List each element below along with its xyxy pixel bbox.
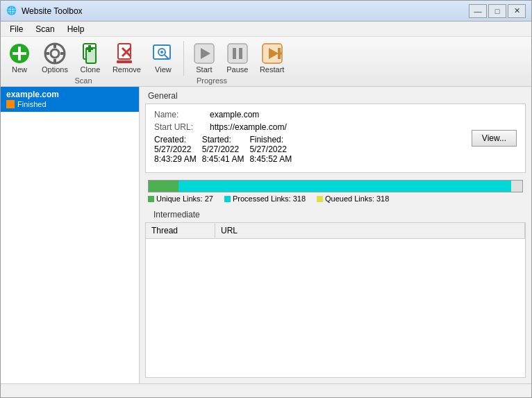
progress-bar-green: [149, 181, 178, 192]
queued-links-legend: Queued Links: 318: [317, 194, 389, 203]
table-header: Thread URL: [146, 223, 525, 239]
remove-button[interactable]: Remove: [108, 40, 146, 76]
unique-links-value: 27: [205, 194, 213, 203]
restart-button[interactable]: Restart: [255, 40, 289, 76]
view-toolbar-label: View: [155, 65, 172, 74]
menu-scan[interactable]: Scan: [29, 22, 60, 36]
svg-rect-29: [278, 48, 281, 59]
options-button[interactable]: Options: [37, 40, 73, 76]
toolbar: New Options: [1, 37, 531, 87]
general-section: Name: example.com Start URL: https://exa…: [145, 103, 526, 173]
general-url-row: Start URL: https://example.com/: [154, 122, 517, 132]
general-url-value: https://example.com/: [210, 122, 287, 132]
new-label: New: [12, 65, 27, 74]
app-icon: 🌐: [6, 6, 17, 17]
thread-column-header: Thread: [146, 223, 215, 238]
finished-value: 5/27/2022: [249, 144, 292, 154]
started-value: 5/27/2022: [202, 144, 244, 154]
svg-rect-23: [228, 44, 247, 63]
content-area: example.com Finished General: [1, 87, 531, 383]
clone-button[interactable]: Clone: [74, 40, 106, 76]
sidebar-item-example-com[interactable]: example.com Finished: [1, 87, 139, 112]
svg-rect-2: [13, 52, 26, 55]
finished-block: Finished: 5/27/2022 8:45:52 AM: [249, 135, 292, 164]
toolbar-group-labels: Scan Progress: [1, 76, 531, 86]
options-icon: [44, 42, 66, 65]
queued-links-label: Queued Links:: [325, 194, 374, 203]
sidebar-item-status: Finished: [6, 100, 133, 108]
created-value: 5/27/2022: [154, 144, 197, 154]
pause-button[interactable]: Pause: [222, 40, 253, 76]
finished-label: Finished:: [249, 135, 292, 144]
status-bar: [1, 383, 531, 397]
started-label: Started:: [202, 135, 244, 144]
finished-time: 8:45:52 AM: [249, 154, 292, 164]
view-toolbar-button[interactable]: View: [147, 40, 179, 76]
remove-icon: [115, 42, 138, 65]
processed-links-legend: Processed Links: 318: [224, 194, 306, 203]
svg-rect-16: [117, 60, 132, 63]
svg-rect-8: [60, 52, 65, 55]
queued-links-value: 318: [376, 194, 389, 203]
view-details-button[interactable]: View...: [472, 130, 517, 147]
svg-rect-7: [45, 52, 49, 55]
restart-label: Restart: [260, 65, 284, 74]
svg-rect-6: [53, 59, 56, 63]
general-name-label: Name:: [154, 110, 210, 119]
close-button[interactable]: ✕: [508, 4, 526, 18]
window-title: Website Toolbox: [22, 6, 469, 16]
restart-icon: [261, 42, 283, 65]
menu-file[interactable]: File: [3, 22, 29, 36]
toolbar-buttons: New Options: [1, 37, 531, 76]
progress-group-label: Progress: [163, 76, 260, 85]
menu-bar: File Scan Help: [1, 22, 531, 37]
progress-bar-cyan: [178, 181, 511, 192]
start-button[interactable]: Start: [188, 40, 220, 76]
started-block: Started: 5/27/2022 8:45:41 AM: [202, 135, 244, 164]
menu-help[interactable]: Help: [61, 22, 91, 36]
general-url-label: Start URL:: [154, 122, 210, 132]
created-label: Created:: [154, 135, 197, 144]
intermediate-section-label: Intermediate: [145, 206, 526, 222]
general-dates-row: Created: 5/27/2022 8:43:29 AM Started: 5…: [154, 135, 517, 164]
svg-rect-30: [6, 100, 15, 108]
created-block: Created: 5/27/2022 8:43:29 AM: [154, 135, 197, 164]
svg-point-19: [160, 51, 163, 53]
new-button[interactable]: New: [3, 40, 35, 76]
maximize-button[interactable]: □: [488, 4, 506, 18]
toolbar-separator: [183, 41, 184, 76]
progress-legend: Unique Links: 27 Processed Links: 318 Qu…: [148, 194, 523, 203]
general-name-row: Name: example.com: [154, 110, 517, 119]
processed-links-label: Processed Links:: [233, 194, 291, 203]
new-icon: [8, 42, 31, 65]
main-panel: General Name: example.com Start URL: htt…: [140, 87, 531, 383]
general-section-label: General: [140, 87, 531, 103]
table-body: [146, 239, 525, 329]
general-name-value: example.com: [210, 110, 259, 119]
start-icon: [193, 42, 215, 65]
processed-links-dot: [224, 196, 231, 202]
started-time: 8:45:41 AM: [202, 154, 244, 164]
svg-point-3: [51, 49, 59, 58]
url-column-header: URL: [215, 223, 525, 238]
sidebar: example.com Finished: [1, 87, 140, 383]
processed-links-value: 318: [293, 194, 306, 203]
svg-rect-12: [86, 47, 93, 50]
main-window: 🌐 Website Toolbox — □ ✕ File Scan Help: [0, 0, 532, 398]
status-dot-icon: [6, 100, 15, 108]
sidebar-item-name: example.com: [6, 90, 133, 99]
pause-icon: [226, 42, 249, 65]
unique-links-dot: [148, 196, 154, 202]
intermediate-table: Thread URL: [145, 222, 526, 378]
title-bar: 🌐 Website Toolbox — □ ✕: [1, 1, 531, 22]
svg-rect-24: [233, 48, 236, 59]
minimize-button[interactable]: —: [469, 4, 487, 18]
unique-links-legend: Unique Links: 27: [148, 194, 213, 203]
created-time: 8:43:29 AM: [154, 154, 197, 164]
start-label: Start: [196, 65, 212, 74]
progress-bar: [148, 180, 523, 192]
options-label: Options: [42, 65, 68, 74]
clone-icon: [79, 42, 101, 65]
intermediate-section: Intermediate Thread URL: [145, 206, 526, 378]
window-controls: — □ ✕: [469, 4, 526, 18]
